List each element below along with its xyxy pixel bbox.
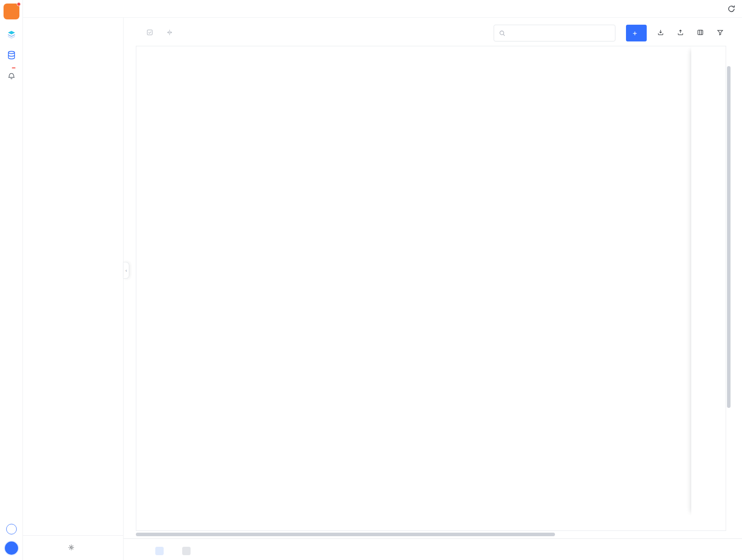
bell-icon[interactable] <box>7 71 16 80</box>
sidebar-footer <box>23 535 123 560</box>
database-icon[interactable] <box>7 50 16 60</box>
search-box <box>494 25 615 41</box>
refresh-icon[interactable] <box>727 4 736 13</box>
legend-more-info <box>182 547 197 555</box>
search-icon <box>499 30 506 37</box>
field-config-button[interactable] <box>697 29 706 37</box>
tab-bar <box>23 0 742 18</box>
create-order-button[interactable]: + <box>626 25 647 41</box>
left-rail <box>0 0 23 560</box>
rail-bottom <box>0 524 22 555</box>
funnel-icon <box>717 29 723 37</box>
help-icon[interactable] <box>6 524 17 534</box>
plus-icon: + <box>633 30 637 37</box>
footer-bar <box>124 538 742 560</box>
avatar[interactable] <box>5 541 18 555</box>
more-actions-button[interactable] <box>68 544 78 552</box>
toolbar-right: + <box>494 25 726 41</box>
vertical-scrollbar[interactable] <box>727 66 731 408</box>
gear-icon <box>68 544 75 552</box>
layers-icon[interactable] <box>7 30 16 40</box>
import-icon <box>657 29 664 37</box>
tabbar-right <box>721 0 742 17</box>
columns-icon <box>697 29 704 37</box>
notification-count-badge <box>11 67 16 69</box>
app-logo[interactable] <box>4 4 19 19</box>
horizontal-scrollbar[interactable] <box>136 533 555 536</box>
rail-nav <box>7 30 16 80</box>
import-button[interactable] <box>657 29 667 37</box>
filter-button[interactable] <box>717 29 726 37</box>
horizontal-scroll-track <box>136 533 726 536</box>
checkbox-check-icon <box>146 29 153 37</box>
order-table <box>136 46 726 516</box>
batch-operate-button[interactable] <box>146 29 156 37</box>
info-badge-icon <box>182 547 191 555</box>
sidebar-collapse-handle[interactable]: ‹ <box>124 262 129 279</box>
row-actions-column <box>691 46 726 516</box>
repeat-order-badge-icon <box>155 547 164 555</box>
table-summary-row <box>136 516 726 531</box>
data-compare-button[interactable] <box>166 29 176 37</box>
badge-legend <box>155 547 197 555</box>
table-body <box>136 65 726 516</box>
table-header-row <box>136 46 726 65</box>
notification-dot <box>17 2 21 6</box>
legend-repeat-order <box>155 547 170 555</box>
app-window: ‹ + <box>0 0 742 560</box>
main-content: + <box>124 18 742 560</box>
export-icon <box>677 29 684 37</box>
export-button[interactable] <box>677 29 686 37</box>
sidebar <box>23 18 124 560</box>
search-input[interactable] <box>509 30 610 37</box>
toolbar: + <box>124 18 742 41</box>
compare-icon <box>166 29 173 37</box>
